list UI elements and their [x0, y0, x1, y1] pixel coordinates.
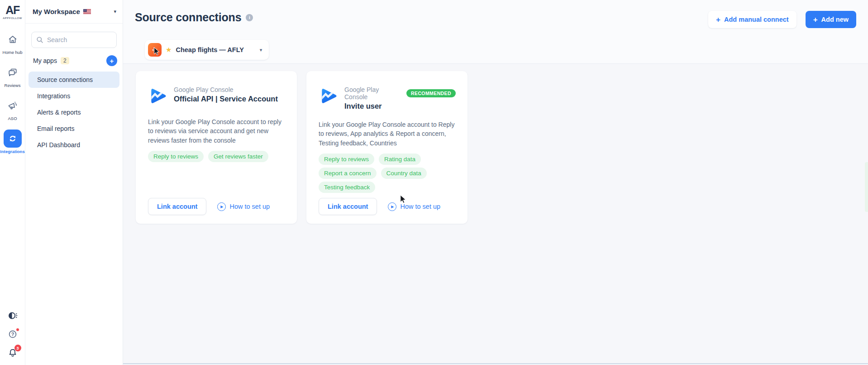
plus-icon: +	[716, 16, 720, 24]
rail-label-integrations: Integrations	[0, 149, 25, 154]
tag: Testing feedback	[319, 182, 375, 193]
notifications-bell-icon[interactable]: 3	[7, 347, 19, 359]
appfollow-logo[interactable]: AF APPFOLLOW	[3, 5, 22, 19]
sidebar-menu: Source connections Integrations Alerts &…	[25, 72, 123, 153]
link-account-button[interactable]: Link account	[319, 198, 377, 215]
my-apps-label[interactable]: My apps	[33, 57, 57, 64]
play-icon: ▶	[388, 202, 396, 211]
add-manual-connect-label: Add manual connect	[724, 16, 789, 23]
plus-icon: +	[813, 16, 818, 24]
sidebar-item-label: Email reports	[37, 125, 74, 132]
logo-text: AF	[3, 5, 22, 16]
add-app-button[interactable]: +	[106, 55, 117, 66]
card-provider: Google Play Console	[344, 86, 402, 101]
how-to-set-up-label: How to set up	[400, 203, 440, 210]
sidebar-item-label: Integrations	[37, 92, 70, 100]
recommended-badge: RECOMMENDED	[406, 89, 456, 97]
svg-text:?: ?	[11, 331, 14, 337]
reviews-icon	[4, 63, 22, 82]
rail-item-home-hub[interactable]: Home hub	[0, 30, 25, 55]
sidebar-item-email-reports[interactable]: Email reports	[29, 120, 119, 137]
rail-item-integrations[interactable]: Integrations	[0, 130, 25, 154]
tag: Reply to reviews	[148, 151, 204, 162]
sidebar-item-label: Alerts & reports	[37, 109, 81, 116]
card-invite-user: Google Play Console RECOMMENDED Invite u…	[306, 71, 467, 224]
card-tags: Reply to reviews Rating data Report a co…	[319, 154, 456, 193]
chevron-down-icon: ▾	[114, 9, 116, 14]
rail-label-reviews: Reviews	[0, 83, 25, 88]
card-description: Link your Google Play Console account to…	[148, 117, 285, 145]
rail-label-aso: ASO	[0, 116, 25, 121]
sidebar-item-api-dashboard[interactable]: API Dashboard	[29, 137, 119, 153]
rail-item-reviews[interactable]: Reviews	[0, 63, 25, 88]
card-tags: Reply to reviews Get reviews faster	[148, 151, 285, 162]
chevron-down-icon: ▾	[260, 47, 262, 53]
app-selector-dropdown[interactable]: ✈ ★ Cheap flights — AFLY ▾	[145, 40, 269, 60]
app-icon-cheap-flights: ✈	[148, 43, 162, 57]
card-description: Link your Google Play Console account to…	[319, 120, 456, 148]
my-apps-row: My apps 2 +	[25, 53, 123, 72]
plane-icon: ✈	[151, 45, 158, 54]
notifications-badge: 3	[14, 345, 21, 351]
sidebar-item-source-connections[interactable]: Source connections	[29, 72, 119, 88]
card-title: Invite user	[344, 102, 456, 110]
how-to-set-up-label: How to set up	[229, 203, 270, 210]
how-to-set-up-link[interactable]: ▶ How to set up	[388, 202, 440, 211]
tag: Reply to reviews	[319, 154, 374, 165]
how-to-set-up-link[interactable]: ▶ How to set up	[217, 202, 270, 211]
page-title: Source connections	[135, 11, 241, 24]
sidebar-item-integrations[interactable]: Integrations	[29, 88, 119, 104]
page-header: Source connections i + Add manual connec…	[123, 0, 868, 64]
sidebar-item-alerts-reports[interactable]: Alerts & reports	[29, 104, 119, 120]
card-official-api-service-account: Google Play Console Official API | Servi…	[136, 71, 297, 224]
add-new-label: Add new	[821, 16, 849, 23]
selected-app-name: Cheap flights — AFLY	[176, 46, 243, 53]
tag: Rating data	[379, 154, 421, 165]
add-new-button[interactable]: + Add new	[806, 11, 856, 28]
workspace-selector[interactable]: My Workspace ▾	[25, 0, 123, 24]
tag: Get reviews faster	[208, 151, 268, 162]
google-play-console-icon	[319, 86, 339, 108]
logo-subtext: APPFOLLOW	[3, 17, 22, 19]
megaphone-icon	[4, 96, 22, 115]
favorite-star-icon: ★	[166, 46, 172, 54]
play-icon: ▶	[217, 202, 226, 211]
scroll-indicator	[865, 162, 868, 212]
horizontal-scrollbar[interactable]	[123, 363, 868, 364]
us-flag-icon	[83, 8, 91, 16]
sidebar-item-label: API Dashboard	[37, 141, 80, 149]
header-actions: + Add manual connect + Add new	[708, 11, 856, 28]
info-icon[interactable]: i	[246, 14, 253, 21]
icon-rail: AF APPFOLLOW Home hub Reviews	[0, 0, 25, 365]
tag: Report a concern	[319, 168, 377, 179]
card-provider: Google Play Console	[174, 86, 234, 93]
google-play-console-icon	[148, 86, 168, 108]
tag: Country data	[381, 168, 427, 179]
search-icon	[36, 36, 43, 43]
home-icon	[4, 30, 22, 48]
plus-icon: +	[110, 58, 114, 64]
connection-cards: Google Play Console Official API | Servi…	[136, 71, 467, 224]
card-title: Official API | Service Account	[174, 95, 278, 103]
main-content: Source connections i + Add manual connec…	[123, 0, 868, 365]
whats-new-icon[interactable]	[7, 310, 19, 322]
rail-bottom: ? 3	[7, 310, 19, 359]
rail-item-aso[interactable]: ASO	[0, 96, 25, 121]
my-apps-count-badge: 2	[61, 57, 69, 64]
sidebar: My Workspace ▾ My apps 2 + Source co	[25, 0, 123, 365]
add-manual-connect-button[interactable]: + Add manual connect	[708, 11, 796, 28]
integrations-sync-icon	[4, 130, 22, 148]
sidebar-search[interactable]	[31, 32, 117, 48]
workspace-name: My Workspace	[33, 8, 80, 15]
sidebar-item-label: Source connections	[37, 76, 93, 83]
rail-nav: Home hub Reviews ASO	[0, 30, 25, 154]
link-account-button[interactable]: Link account	[148, 198, 206, 215]
help-alert-dot	[16, 328, 19, 331]
help-icon[interactable]: ?	[7, 328, 19, 340]
search-input[interactable]	[47, 36, 112, 43]
rail-label-home-hub: Home hub	[0, 50, 25, 55]
